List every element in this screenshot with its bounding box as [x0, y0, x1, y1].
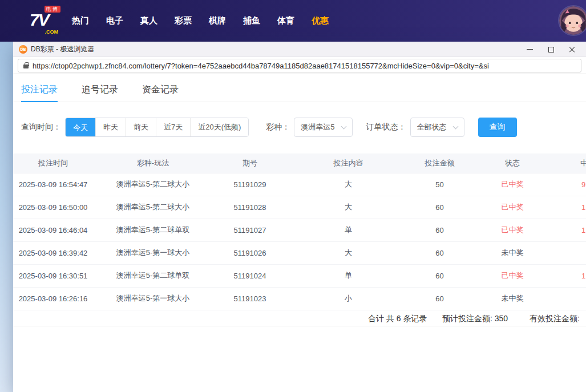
- bet-records-table: 投注时间 彩种-玩法 期号 投注内容 投注金额 状态 中奖金额 2025-03-…: [13, 153, 586, 310]
- address-bar[interactable]: https://ctop02pchwp1.zfnc84.com/lottery/…: [18, 59, 581, 72]
- cell-bet-time: 2025-03-09 16:26:16: [13, 287, 93, 310]
- header-status: 状态: [470, 153, 555, 173]
- order-status-label: 订单状态：: [366, 122, 406, 132]
- table-row: 2025-03-09 16:50:00 澳洲幸运5-第二球大小 51191028…: [13, 196, 586, 219]
- cell-issue: 51191028: [213, 196, 287, 219]
- window-title: DB彩票 - 极速浏览器: [31, 45, 94, 54]
- lottery-type-label: 彩种：: [266, 122, 290, 132]
- lock-icon: [23, 64, 29, 68]
- cell-amount: 60: [410, 241, 470, 264]
- url-text: https://ctop02pchwp1.zfnc84.com/lottery/…: [33, 62, 489, 70]
- cell-play: 澳洲幸运5-第一球大小: [93, 287, 213, 310]
- cell-status: 未中奖: [470, 287, 555, 310]
- tab-bet-records[interactable]: 投注记录: [21, 80, 58, 102]
- browser-app-icon: DB: [19, 45, 27, 54]
- nav-item-boardgames[interactable]: 棋牌: [209, 15, 226, 26]
- nav-item-lottery[interactable]: 彩票: [175, 15, 192, 26]
- close-button[interactable]: [561, 42, 583, 57]
- nav-item-promotions[interactable]: 优惠: [312, 15, 329, 26]
- tab-fund-records[interactable]: 资金记录: [142, 80, 179, 102]
- cell-issue: 51191023: [213, 287, 287, 310]
- site-logo[interactable]: 7V 电博 .COM: [30, 6, 59, 36]
- cell-bet-time: 2025-03-09 16:39:42: [13, 241, 93, 264]
- main-nav: 热门 电子 真人 彩票 棋牌 捕鱼 体育 优惠: [72, 15, 329, 26]
- cell-content: 单: [287, 264, 410, 287]
- cell-win-amount: [555, 287, 586, 310]
- cell-bet-time: 2025-03-09 16:50:00: [13, 196, 93, 219]
- time-option-today[interactable]: 今天: [66, 118, 95, 137]
- time-range-group: 今天 昨天 前天 近7天 近20天(低频): [65, 118, 249, 137]
- status-badge: 已中奖: [502, 225, 524, 234]
- time-option-day-before[interactable]: 前天: [126, 118, 156, 136]
- site-topbar: 7V 电博 .COM 热门 电子 真人 彩票 棋牌 捕鱼 体育 优惠: [0, 0, 586, 42]
- minimize-button[interactable]: [519, 42, 540, 57]
- record-tabs: 投注记录 追号记录 资金记录: [13, 80, 586, 102]
- cell-issue: 51191029: [213, 173, 287, 196]
- cell-bet-time: 2025-03-09 16:30:51: [13, 264, 93, 287]
- cell-play: 澳洲幸运5-第二球大小: [93, 196, 213, 219]
- header-win-amount: 中奖金额: [555, 153, 586, 173]
- status-badge: 未中奖: [502, 294, 524, 302]
- table-row: 2025-03-09 16:39:42 澳洲幸运5-第一球大小 51191026…: [13, 241, 586, 264]
- cell-status: 未中奖: [470, 241, 555, 264]
- cell-content: 单: [287, 219, 410, 241]
- filter-bar: 查询时间： 今天 昨天 前天 近7天 近20天(低频) 彩种： 澳洲幸运5 订单…: [21, 118, 517, 137]
- tab-chase-records[interactable]: 追号记录: [82, 80, 118, 102]
- cell-win-amount: [555, 241, 586, 264]
- header-amount: 投注金额: [410, 153, 470, 173]
- close-icon: [569, 46, 576, 53]
- order-status-select[interactable]: 全部状态: [410, 118, 464, 137]
- header-issue: 期号: [213, 153, 287, 173]
- cell-amount: 60: [410, 287, 470, 310]
- cell-win-amount: 1: [555, 196, 586, 219]
- browser-window: DB DB彩票 - 极速浏览器 https://ctop02pchwp1.zfn…: [13, 42, 586, 392]
- summary-expected-amount: 预计投注金额: 350: [442, 314, 508, 324]
- header-content: 投注内容: [287, 153, 410, 173]
- browser-urlbar: https://ctop02pchwp1.zfnc84.com/lottery/…: [13, 57, 586, 74]
- cell-status: 已中奖: [470, 219, 555, 241]
- cell-issue: 51191026: [213, 241, 287, 264]
- logo-badge: 电博: [45, 6, 60, 13]
- avatar-image: [559, 6, 586, 35]
- user-avatar[interactable]: [559, 6, 586, 35]
- table-row: 2025-03-09 16:46:04 澳洲幸运5-第二球单双 51191027…: [13, 219, 586, 241]
- window-titlebar[interactable]: DB DB彩票 - 极速浏览器: [13, 42, 586, 57]
- lottery-type-select[interactable]: 澳洲幸运5: [294, 118, 352, 137]
- logo-text: 7V: [30, 11, 49, 29]
- time-option-20days[interactable]: 近20天(低频): [190, 118, 248, 136]
- cell-play: 澳洲幸运5-第二球单双: [93, 219, 213, 241]
- cell-content: 大: [287, 196, 410, 219]
- nav-item-hot[interactable]: 热门: [72, 15, 89, 26]
- maximize-button[interactable]: [540, 42, 561, 57]
- cell-play: 澳洲幸运5-第二球大小: [93, 173, 213, 196]
- status-badge: 已中奖: [502, 271, 524, 280]
- nav-item-slots[interactable]: 电子: [106, 15, 123, 26]
- chevron-down-icon: [341, 123, 346, 129]
- cell-win-amount: 9: [555, 173, 586, 196]
- lottery-type-value: 澳洲幸运5: [301, 122, 334, 132]
- cell-status: 已中奖: [470, 264, 555, 287]
- query-time-label: 查询时间：: [21, 122, 61, 132]
- cell-content: 大: [287, 173, 410, 196]
- summary-valid-amount: 有效投注金额:: [530, 314, 580, 324]
- cell-bet-time: 2025-03-09 16:54:47: [13, 173, 93, 196]
- time-option-yesterday[interactable]: 昨天: [95, 118, 126, 136]
- cell-amount: 60: [410, 196, 470, 219]
- nav-item-live[interactable]: 真人: [140, 15, 157, 26]
- nav-item-fishing[interactable]: 捕鱼: [243, 15, 260, 26]
- cell-amount: 50: [410, 173, 470, 196]
- order-status-value: 全部状态: [417, 122, 447, 132]
- nav-item-sports[interactable]: 体育: [277, 15, 294, 26]
- search-button[interactable]: 查询: [478, 118, 517, 137]
- maximize-icon: [548, 47, 554, 52]
- table-row: 2025-03-09 16:30:51 澳洲幸运5-第二球单双 51191024…: [13, 264, 586, 287]
- cell-content: 小: [287, 287, 410, 310]
- page-content: 投注记录 追号记录 资金记录 查询时间： 今天 昨天 前天 近7天 近20天(低…: [13, 74, 586, 392]
- cell-content: 大: [287, 241, 410, 264]
- logo-subtext: .COM: [45, 29, 59, 35]
- time-option-7days[interactable]: 近7天: [156, 118, 190, 136]
- window-controls: [519, 42, 583, 57]
- table-summary: 合计 共 6 条记录 预计投注金额: 350 有效投注金额:: [13, 310, 586, 326]
- cell-win-amount: 1: [555, 264, 586, 287]
- minimize-icon: [527, 49, 533, 50]
